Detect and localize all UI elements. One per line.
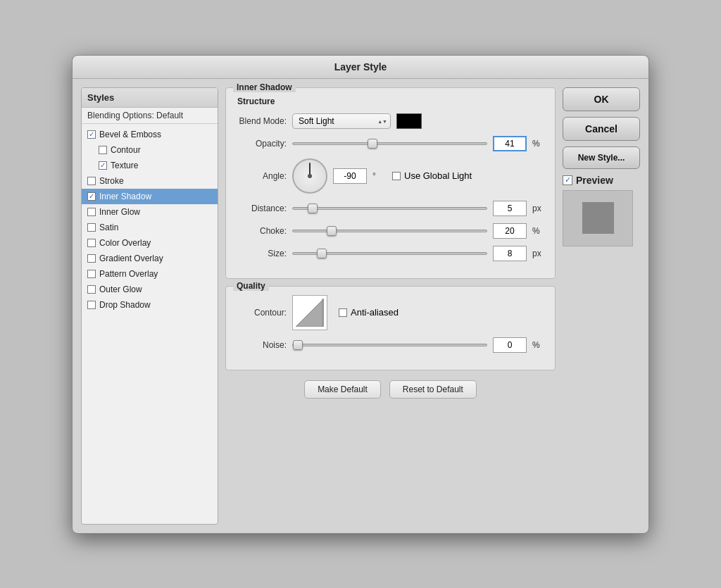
stroke-checkbox[interactable] <box>87 177 96 185</box>
choke-input[interactable] <box>493 223 527 239</box>
svg-marker-0 <box>296 299 324 327</box>
preview-label: Preview <box>576 175 613 186</box>
sidebar-item-satin[interactable]: Satin <box>82 220 218 235</box>
sidebar-item-gradient-overlay[interactable]: Gradient Overlay <box>82 251 218 266</box>
reset-default-button[interactable]: Reset to Default <box>389 380 477 399</box>
sidebar-item-drop-shadow[interactable]: Drop Shadow <box>82 297 218 313</box>
outer-glow-checkbox[interactable] <box>87 285 96 294</box>
global-light-label: Use Global Light <box>404 170 472 181</box>
distance-slider-container[interactable] <box>292 203 487 214</box>
size-slider-thumb[interactable] <box>317 249 327 258</box>
choke-slider-container[interactable] <box>292 225 487 237</box>
right-panel: OK Cancel New Style... Preview <box>563 87 640 525</box>
cancel-button[interactable]: Cancel <box>563 117 640 141</box>
contour-label: Contour <box>111 145 141 155</box>
gradient-overlay-checkbox[interactable] <box>87 254 96 263</box>
noise-slider-track <box>292 344 487 346</box>
layer-style-dialog: Layer Style Styles Blending Options: Def… <box>72 55 649 534</box>
sidebar-item-pattern-overlay[interactable]: Pattern Overlay <box>82 266 218 282</box>
opacity-input[interactable] <box>493 136 527 151</box>
preview-square <box>582 202 614 234</box>
contour-label: Contour: <box>237 308 287 318</box>
inner-shadow-section: Inner Shadow Structure Blend Mode: Norma… <box>225 87 556 279</box>
size-slider-container[interactable] <box>292 248 487 259</box>
pattern-overlay-label: Pattern Overlay <box>99 269 158 279</box>
stroke-label: Stroke <box>99 176 124 186</box>
make-default-button[interactable]: Make Default <box>304 380 381 399</box>
global-light-checkbox[interactable] <box>392 172 401 180</box>
distance-row: Distance: px <box>237 201 544 216</box>
size-input[interactable] <box>493 246 527 261</box>
inner-glow-checkbox[interactable] <box>87 208 96 216</box>
angle-center-dot <box>308 174 312 178</box>
layer-list: Bevel & Emboss Contour Texture Stroke <box>82 124 218 315</box>
distance-slider-track <box>292 207 487 210</box>
inner-shadow-checkbox[interactable] <box>87 192 96 201</box>
blend-color-swatch[interactable] <box>396 113 422 129</box>
choke-label: Choke: <box>237 226 287 236</box>
satin-label: Satin <box>99 223 118 232</box>
distance-slider-thumb[interactable] <box>308 204 318 213</box>
left-panel: Styles Blending Options: Default Bevel &… <box>81 87 218 525</box>
drop-shadow-label: Drop Shadow <box>99 300 151 310</box>
sidebar-item-color-overlay[interactable]: Color Overlay <box>82 235 218 251</box>
center-panel: Inner Shadow Structure Blend Mode: Norma… <box>225 87 556 525</box>
opacity-slider-container[interactable] <box>292 138 487 149</box>
inner-shadow-label: Inner Shadow <box>99 192 151 201</box>
blend-mode-select[interactable]: NormalDissolveDarkenMultiplyColor BurnLi… <box>292 113 391 129</box>
quality-section: Quality Contour: Anti-aliased <box>225 286 556 370</box>
noise-slider-container[interactable] <box>292 339 487 351</box>
preview-canvas <box>563 190 633 246</box>
drop-shadow-checkbox[interactable] <box>87 301 96 309</box>
angle-input[interactable] <box>333 168 367 184</box>
blending-options-item[interactable]: Blending Options: Default <box>82 108 218 124</box>
noise-slider-thumb[interactable] <box>293 340 303 350</box>
contour-row: Contour: Anti-aliased <box>237 295 544 330</box>
texture-checkbox[interactable] <box>99 161 107 170</box>
inner-shadow-section-title: Inner Shadow <box>233 82 296 92</box>
bevel-emboss-checkbox[interactable] <box>87 130 96 139</box>
bevel-emboss-label: Bevel & Emboss <box>99 130 161 139</box>
preview-label-row: Preview <box>563 175 640 186</box>
anti-alias-row: Anti-aliased <box>339 307 399 318</box>
sidebar-item-contour[interactable]: Contour <box>82 142 218 158</box>
sidebar-item-texture[interactable]: Texture <box>82 158 218 173</box>
sidebar-item-inner-shadow[interactable]: Inner Shadow <box>82 189 218 204</box>
color-overlay-label: Color Overlay <box>99 238 151 248</box>
color-overlay-checkbox[interactable] <box>87 239 96 247</box>
size-slider-track <box>292 252 487 255</box>
size-label: Size: <box>237 249 287 258</box>
choke-row: Choke: % <box>237 223 544 239</box>
distance-label: Distance: <box>237 204 287 213</box>
anti-alias-checkbox[interactable] <box>339 308 347 317</box>
preview-checkbox[interactable] <box>563 175 572 185</box>
contour-checkbox[interactable] <box>99 146 107 154</box>
choke-unit: % <box>532 226 544 236</box>
sidebar-item-stroke[interactable]: Stroke <box>82 173 218 189</box>
blend-mode-label: Blend Mode: <box>237 116 287 126</box>
satin-checkbox[interactable] <box>87 223 96 232</box>
contour-preview[interactable] <box>292 295 327 330</box>
angle-unit: ° <box>372 171 384 181</box>
choke-slider-thumb[interactable] <box>327 226 337 236</box>
noise-input[interactable] <box>493 337 527 353</box>
noise-row: Noise: % <box>237 337 544 353</box>
bottom-buttons: Make Default Reset to Default <box>225 377 556 399</box>
sidebar-item-bevel-emboss[interactable]: Bevel & Emboss <box>82 127 218 142</box>
angle-dial[interactable] <box>292 158 327 194</box>
ok-button[interactable]: OK <box>563 87 640 111</box>
angle-row: Angle: ° Use Global Light <box>237 158 544 194</box>
pattern-overlay-checkbox[interactable] <box>87 270 96 278</box>
opacity-slider-track <box>292 142 487 145</box>
new-style-button[interactable]: New Style... <box>563 146 640 169</box>
styles-header: Styles <box>82 88 218 108</box>
size-row: Size: px <box>237 246 544 261</box>
size-unit: px <box>532 249 544 258</box>
noise-label: Noise: <box>237 340 287 350</box>
distance-input[interactable] <box>493 201 527 216</box>
anti-alias-label: Anti-aliased <box>351 307 399 318</box>
sidebar-item-inner-glow[interactable]: Inner Glow <box>82 204 218 220</box>
opacity-unit: % <box>532 139 544 149</box>
sidebar-item-outer-glow[interactable]: Outer Glow <box>82 282 218 297</box>
opacity-slider-thumb[interactable] <box>368 139 377 149</box>
